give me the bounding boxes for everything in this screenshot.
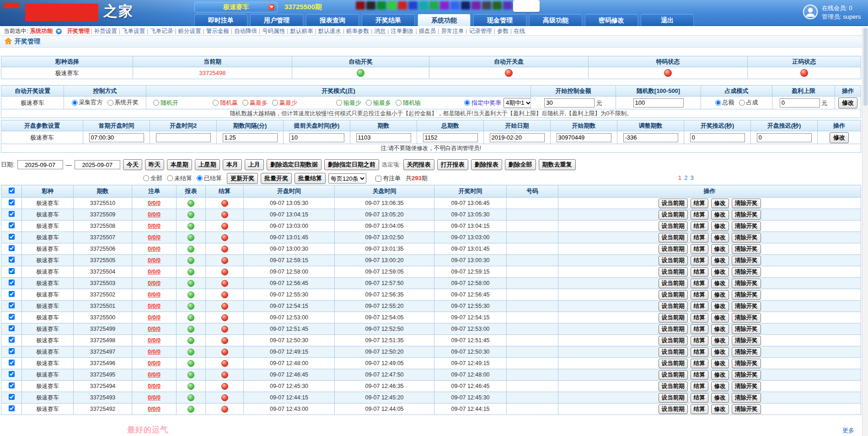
report-status-dot[interactable] [188, 383, 194, 390]
tab-密码修改[interactable]: 密码修改 [585, 14, 638, 26]
date-to-input[interactable] [75, 160, 120, 169]
row-button-修改[interactable]: 修改 [711, 404, 729, 414]
params-input-开盘推迟(秒)[interactable] [757, 133, 812, 142]
report-status-dot[interactable] [188, 257, 194, 264]
row-button-清除开奖[interactable]: 清除开奖 [732, 233, 761, 242]
settle-status-dot[interactable] [221, 349, 228, 355]
bets-link[interactable]: 0/0/0 [148, 326, 161, 332]
radio-option-全部[interactable]: 全部 [143, 174, 162, 183]
row-button-设当前期[interactable]: 设当前期 [659, 324, 688, 334]
bets-link[interactable]: 0/0/0 [148, 371, 161, 378]
row-checkbox[interactable] [9, 325, 15, 331]
submenu-item[interactable]: 补货设置 [94, 28, 117, 34]
report-status-dot[interactable] [188, 314, 194, 321]
row-button-清除开奖[interactable]: 清除开奖 [732, 393, 761, 403]
submenu-item[interactable]: 号码属性 [262, 28, 285, 34]
params-input-总期数[interactable] [423, 133, 478, 142]
row-button-修改[interactable]: 修改 [711, 336, 729, 345]
row-checkbox-cell[interactable] [1, 198, 22, 209]
report-status-dot[interactable] [188, 223, 194, 230]
row-checkbox-cell[interactable] [1, 312, 22, 323]
row-button-结算[interactable]: 结算 [691, 233, 708, 242]
row-button-设当前期[interactable]: 设当前期 [659, 359, 688, 368]
row-button-修改[interactable]: 修改 [711, 370, 729, 380]
radio-全部[interactable] [143, 175, 149, 181]
bets-link[interactable]: 0/0/0 [148, 383, 161, 389]
row-button-清除开奖[interactable]: 清除开奖 [732, 267, 761, 277]
settle-status-dot[interactable] [221, 200, 228, 207]
row-button-清除开奖[interactable]: 清除开奖 [732, 290, 761, 300]
row-checkbox[interactable] [9, 268, 15, 274]
row-button-结算[interactable]: 结算 [691, 210, 708, 220]
win-rate-select[interactable]: 4期中1 [504, 98, 531, 108]
submenu-item[interactable]: 自动降倍 [234, 28, 257, 34]
settle-status-dot[interactable] [221, 360, 228, 367]
bets-link[interactable]: 0/0/0 [148, 246, 161, 252]
row-checkbox[interactable] [9, 211, 15, 217]
button-关闭报表[interactable]: 关闭报表 [403, 159, 434, 170]
bets-link[interactable]: 0/0/0 [148, 360, 161, 366]
row-button-清除开奖[interactable]: 清除开奖 [732, 301, 761, 311]
has-bets-checkbox-label[interactable]: 有注单 [375, 174, 401, 183]
button-删除指定日期之前[interactable]: 删除指定日期之前 [324, 159, 379, 170]
radio-option-随机赢[interactable]: 随机赢 [213, 99, 238, 107]
row-checkbox[interactable] [9, 394, 15, 400]
row-button-修改[interactable]: 修改 [711, 290, 729, 300]
row-button-结算[interactable]: 结算 [691, 393, 708, 403]
row-checkbox[interactable] [9, 199, 15, 205]
row-button-修改[interactable]: 修改 [711, 382, 729, 391]
row-button-设当前期[interactable]: 设当前期 [659, 199, 688, 208]
settle-status-dot[interactable] [221, 211, 228, 218]
row-button-设当前期[interactable]: 设当前期 [659, 336, 688, 345]
submenu-item[interactable]: 异常注单 [441, 28, 464, 34]
settle-status-dot[interactable] [221, 337, 228, 344]
select-all-cell[interactable] [1, 185, 22, 198]
params-input-首期开盘时间[interactable] [89, 133, 144, 142]
settle-status-dot[interactable] [221, 280, 228, 287]
radio-option-随机输[interactable]: 随机输 [396, 99, 421, 107]
row-checkbox-cell[interactable] [1, 243, 22, 255]
submenu-item[interactable]: 消息 [374, 28, 386, 34]
profit-limit-input[interactable] [780, 98, 820, 108]
row-button-清除开奖[interactable]: 清除开奖 [732, 347, 761, 357]
row-button-结算[interactable]: 结算 [691, 267, 708, 277]
row-checkbox-cell[interactable] [1, 278, 22, 289]
row-button-清除开奖[interactable]: 清除开奖 [732, 359, 761, 368]
bets-link[interactable]: 0/0/0 [148, 280, 161, 286]
radio-系统开奖[interactable] [107, 100, 113, 106]
row-button-修改[interactable]: 修改 [711, 221, 729, 231]
row-button-清除开奖[interactable]: 清除开奖 [732, 324, 761, 334]
tab-即时注单[interactable]: 即时注单 [194, 14, 247, 26]
row-button-清除开奖[interactable]: 清除开奖 [732, 279, 761, 288]
row-button-设当前期[interactable]: 设当前期 [659, 301, 688, 311]
submenu-item[interactable]: 飞单记录 [150, 28, 173, 34]
row-checkbox-cell[interactable] [1, 335, 22, 346]
row-checkbox-cell[interactable] [1, 221, 22, 232]
button-期数去重复[interactable]: 期数去重复 [539, 159, 576, 170]
row-button-清除开奖[interactable]: 清除开奖 [732, 336, 761, 345]
row-button-结算[interactable]: 结算 [691, 347, 708, 357]
params-input-开奖推迟(秒)[interactable] [690, 133, 745, 142]
row-checkbox[interactable] [9, 257, 15, 263]
row-checkbox[interactable] [9, 348, 15, 354]
row-button-结算[interactable]: 结算 [691, 313, 708, 323]
settle-status-dot[interactable] [221, 383, 228, 390]
row-button-修改[interactable]: 修改 [711, 244, 729, 254]
row-checkbox-cell[interactable] [1, 301, 22, 312]
button-本月[interactable]: 本月 [223, 159, 242, 170]
report-status-dot[interactable] [188, 211, 194, 218]
row-button-清除开奖[interactable]: 清除开奖 [732, 244, 761, 254]
bets-link[interactable]: 0/0/0 [148, 291, 161, 298]
row-button-结算[interactable]: 结算 [691, 279, 708, 288]
params-input-调整期数[interactable] [623, 133, 678, 142]
tab-现金管理[interactable]: 现金管理 [473, 14, 526, 26]
params-input-开始期数[interactable] [557, 133, 611, 142]
special-code-status-dot[interactable] [664, 69, 672, 77]
report-status-dot[interactable] [188, 371, 194, 378]
bets-link[interactable]: 0/0/0 [148, 211, 161, 218]
submenu-item[interactable]: 赔率参数 [346, 28, 369, 34]
submenu-item[interactable]: 赔分设置 [178, 28, 201, 34]
radio-option-输最少[interactable]: 输最少 [336, 99, 361, 107]
auto-modify-button[interactable]: 修改 [838, 97, 857, 108]
settle-status-dot[interactable] [221, 246, 228, 253]
